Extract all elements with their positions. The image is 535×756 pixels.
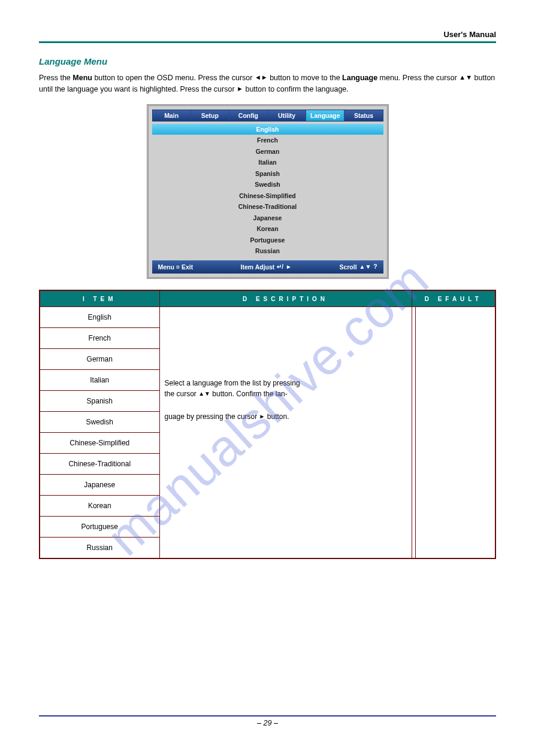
intro-text: button to open the OSD menu. Press the c… bbox=[92, 74, 255, 82]
osd-item-french[interactable]: French bbox=[152, 135, 383, 146]
osd-item-chinese-simplified[interactable]: Chinese-Simplified bbox=[152, 190, 383, 202]
intro-bold-language: Language bbox=[342, 74, 377, 82]
arrow-up-down-icon: ▲▼ bbox=[459, 74, 472, 81]
table-row-item: Italian bbox=[40, 369, 159, 390]
osd-tab-language[interactable]: Language bbox=[306, 110, 344, 121]
osd-foot-mid-label: Item Adjust bbox=[241, 263, 275, 271]
osd-item-swedish[interactable]: Swedish bbox=[152, 179, 383, 190]
arrow-right-icon: ► bbox=[237, 85, 243, 92]
table-default-cell bbox=[415, 306, 495, 558]
desc-text: button. bbox=[265, 412, 289, 421]
table-row-item: Japanese bbox=[40, 474, 159, 495]
arrow-up-down-icon: ▲▼ bbox=[359, 263, 371, 270]
osd-footer: Menu = Exit Item Adjust ↵/► Scroll ▲▼ ? bbox=[152, 260, 383, 274]
table-row-item: Portuguese bbox=[40, 516, 159, 537]
arrow-up-down-icon: ▲▼ bbox=[198, 390, 210, 397]
osd-item-japanese[interactable]: Japanese bbox=[152, 212, 383, 224]
osd-item-italian[interactable]: Italian bbox=[152, 157, 383, 168]
osd-tab-status[interactable]: Status bbox=[344, 110, 382, 121]
arrow-left-right-icon: ◄► bbox=[255, 74, 268, 81]
osd-foot-right: Scroll ▲▼ ? bbox=[339, 263, 377, 271]
enter-icon: ↵/ bbox=[277, 263, 283, 270]
page-number: – 29 – bbox=[39, 719, 496, 727]
intro-text: Press the bbox=[39, 74, 72, 82]
osd-item-spanish[interactable]: Spanish bbox=[152, 168, 383, 180]
arrow-right-icon: ► bbox=[259, 413, 265, 420]
intro-text: button to move to the bbox=[268, 74, 342, 82]
osd-item-korean[interactable]: Korean bbox=[152, 223, 383, 235]
intro-bold-menu: Menu bbox=[72, 74, 92, 82]
desc-text: button. Confirm the lan- bbox=[210, 390, 288, 398]
page-footer: – 29 – bbox=[39, 715, 496, 727]
osd-tab-main[interactable]: Main bbox=[153, 110, 191, 121]
table-row-item: French bbox=[40, 327, 159, 348]
desc-text: Select a language from the list by press… bbox=[165, 379, 300, 387]
intro-paragraph: Press the Menu button to open the OSD me… bbox=[39, 72, 496, 96]
table-row-item: Russian bbox=[40, 537, 159, 558]
osd-screenshot: Main Setup Config Utility Language Statu… bbox=[147, 104, 389, 279]
osd-item-russian[interactable]: Russian bbox=[152, 245, 383, 257]
help-icon: ? bbox=[373, 263, 377, 270]
osd-foot-left: Menu = Exit bbox=[158, 263, 194, 271]
table-row-item: Spanish bbox=[40, 390, 159, 411]
table-row-item: Chinese-Traditional bbox=[40, 453, 159, 474]
osd-item-portuguese[interactable]: Portuguese bbox=[152, 235, 383, 246]
table-row-item: German bbox=[40, 348, 159, 369]
intro-text: menu. Press the cursor bbox=[377, 74, 459, 82]
th-item: I TEM bbox=[40, 290, 159, 307]
table-description-cell: Select a language from the list by press… bbox=[159, 306, 412, 558]
osd-tab-config[interactable]: Config bbox=[229, 110, 268, 121]
arrow-right-icon: ► bbox=[286, 263, 292, 270]
divider-top bbox=[39, 41, 496, 43]
section-title: Language Menu bbox=[39, 56, 496, 66]
th-description: D ESCRIPTION bbox=[159, 290, 412, 307]
divider-bottom bbox=[39, 715, 496, 716]
osd-item-english[interactable]: English bbox=[152, 124, 383, 135]
header-right: User's Manual bbox=[39, 30, 496, 39]
desc-text: the cursor bbox=[165, 390, 199, 398]
table-row-item: Korean bbox=[40, 495, 159, 516]
osd-tab-setup[interactable]: Setup bbox=[191, 110, 229, 121]
osd-tab-bar: Main Setup Config Utility Language Statu… bbox=[152, 110, 383, 122]
osd-item-german[interactable]: German bbox=[152, 146, 383, 157]
osd-item-chinese-traditional[interactable]: Chinese-Traditional bbox=[152, 201, 383, 212]
osd-foot-right-label: Scroll bbox=[339, 263, 356, 271]
desc-text: guage by pressing the cursor bbox=[165, 412, 259, 421]
th-default: D EFAULT bbox=[412, 290, 495, 307]
table-row-item: English bbox=[40, 306, 159, 327]
osd-tab-utility[interactable]: Utility bbox=[268, 110, 306, 121]
osd-foot-mid: Item Adjust ↵/► bbox=[241, 263, 292, 271]
table-row-item: Chinese-Simplified bbox=[40, 432, 159, 453]
language-table: I TEM D ESCRIPTION D EFAULT English Sele… bbox=[39, 290, 496, 559]
table-row-item: Swedish bbox=[40, 411, 159, 432]
intro-text: button to confirm the language. bbox=[243, 85, 349, 93]
osd-language-list: English French German Italian Spanish Sw… bbox=[152, 124, 383, 257]
